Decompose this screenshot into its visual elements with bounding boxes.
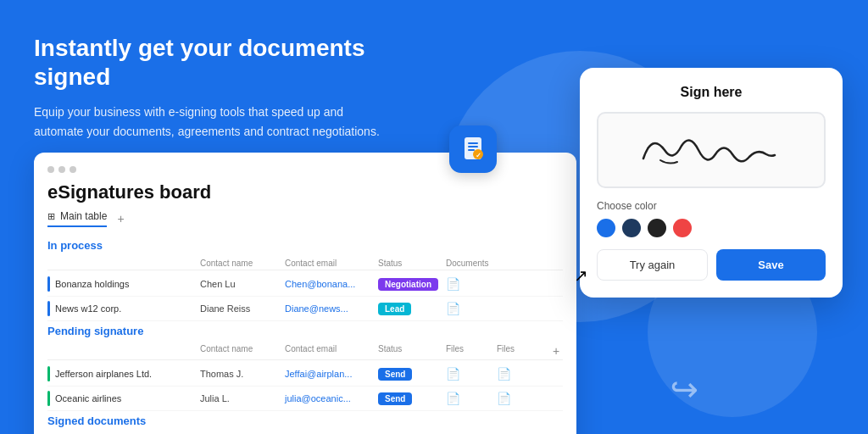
status-badge-send-2: Send (378, 392, 446, 405)
row-company-jefferson: Jefferson airplanes Ltd. (55, 369, 152, 379)
file2-oceanic: 📄 (497, 392, 548, 405)
color-blue[interactable] (597, 219, 615, 237)
dot-1 (47, 166, 54, 173)
col-header-status-2: Status (378, 344, 446, 358)
row-bar-jefferson (47, 366, 50, 381)
color-section: Choose color (597, 200, 826, 237)
pending-header: Contact name Contact email Status Files … (47, 342, 563, 360)
arrow-decoration: ↩ (670, 370, 698, 409)
col-header-contact-2: Contact name (200, 344, 285, 358)
doc-icon-news: 📄 (446, 302, 505, 315)
row-name-oceanic: Oceanic airlines (47, 391, 200, 406)
col-header-email-1: Contact email (285, 259, 378, 268)
file1-jefferson: 📄 (446, 367, 497, 381)
section-in-process: In process (47, 239, 563, 252)
sign-card-title: Sign here (597, 85, 826, 100)
status-badge-negotiation: Negotiation (378, 278, 446, 291)
dot-2 (58, 166, 65, 173)
contact-email-news: Diane@news... (285, 303, 378, 314)
row-company-bonanza: Bonanza holdings (55, 279, 129, 289)
section-signed: Signed documents (47, 415, 563, 427)
color-label: Choose color (597, 200, 826, 212)
table-icon: ⊞ (47, 211, 55, 222)
svg-rect-2 (468, 146, 478, 147)
table-row: Bonanza holdings Chen Lu Chen@bonana... … (47, 272, 563, 297)
contact-email-jefferson: Jeffai@airplan... (285, 369, 378, 379)
dot-3 (70, 166, 76, 173)
signature-box[interactable] (597, 112, 826, 188)
row-name-news: News w12 corp. (47, 301, 200, 316)
contact-email-oceanic: julia@oceanic... (285, 393, 378, 403)
col-header-contact-1: Contact name (200, 259, 285, 268)
signature-svg (626, 125, 796, 175)
contact-name-jefferson: Thomas J. (200, 369, 285, 379)
doc-icon-bonanza: 📄 (446, 277, 505, 291)
contact-name-bonanza: Chen Lu (200, 279, 285, 289)
color-darkblue[interactable] (622, 219, 641, 237)
contact-name-news: Diane Reiss (200, 303, 285, 314)
floating-doc-icon: ✓ (449, 125, 497, 173)
tabs-row: ⊞ Main table + (47, 210, 563, 227)
tab-main-table[interactable]: ⊞ Main table (47, 210, 107, 227)
col-header-name-2 (47, 344, 200, 358)
cursor-icon: ↗ (574, 265, 588, 286)
status-badge-lead: Lead (378, 303, 446, 315)
section-pending: Pending signature (47, 325, 563, 337)
color-dots (597, 219, 826, 237)
file1-oceanic: 📄 (446, 392, 497, 405)
col-header-files-2b: Files (497, 344, 548, 358)
contact-email-bonanza: Chen@bonana... (285, 279, 378, 289)
row-bar-news (47, 301, 50, 316)
svg-text:✓: ✓ (476, 152, 481, 159)
board-title: eSignatures board (47, 181, 563, 203)
table-row: News w12 corp. Diane Reiss Diane@news...… (47, 297, 563, 321)
hero-subtitle: Equip your business with e-signing tools… (34, 103, 390, 141)
hero-section: Instantly get your documents signed Equi… (34, 34, 390, 141)
table-row: Jefferson airplanes Ltd. Thomas J. Jeffa… (47, 362, 563, 387)
col-header-status-1: Status (378, 259, 446, 268)
row-bar-bonanza (47, 276, 50, 292)
sign-here-card: Sign here Choose color Try again Save (580, 68, 843, 298)
col-header-name-1 (47, 259, 200, 268)
col-header-plus-2[interactable]: + (548, 344, 565, 358)
contact-name-oceanic: Julia L. (200, 393, 285, 403)
row-bar-oceanic (47, 391, 50, 406)
table-row: Oceanic airlines Julia L. julia@oceanic.… (47, 387, 563, 411)
tab-main-label: Main table (60, 210, 107, 222)
sign-buttons: Try again Save (597, 249, 826, 281)
svg-rect-1 (468, 142, 478, 144)
col-header-docs-1: Documents (446, 259, 505, 268)
in-process-header: Contact name Contact email Status Docume… (47, 257, 563, 270)
col-header-email-2: Contact email (285, 344, 378, 358)
svg-rect-3 (468, 149, 475, 151)
color-black[interactable] (648, 219, 666, 237)
row-name-bonanza: Bonanza holdings (47, 276, 200, 292)
hero-title: Instantly get your documents signed (34, 34, 390, 91)
file2-jefferson: 📄 (497, 367, 548, 381)
row-name-jefferson: Jefferson airplanes Ltd. (47, 366, 200, 381)
try-again-button[interactable]: Try again (597, 249, 708, 281)
save-button[interactable]: Save (716, 249, 826, 281)
color-red[interactable] (673, 219, 692, 237)
row-company-news: News w12 corp. (55, 303, 121, 314)
status-badge-send-1: Send (378, 368, 446, 381)
row-company-oceanic: Oceanic airlines (55, 393, 121, 403)
main-container: Instantly get your documents signed Equi… (0, 0, 868, 434)
doc-svg-icon: ✓ (459, 136, 487, 163)
board-panel: eSignatures board ⊞ Main table + In proc… (34, 153, 576, 434)
tab-add-button[interactable]: + (117, 212, 124, 225)
col-header-files-2a: Files (446, 344, 497, 358)
